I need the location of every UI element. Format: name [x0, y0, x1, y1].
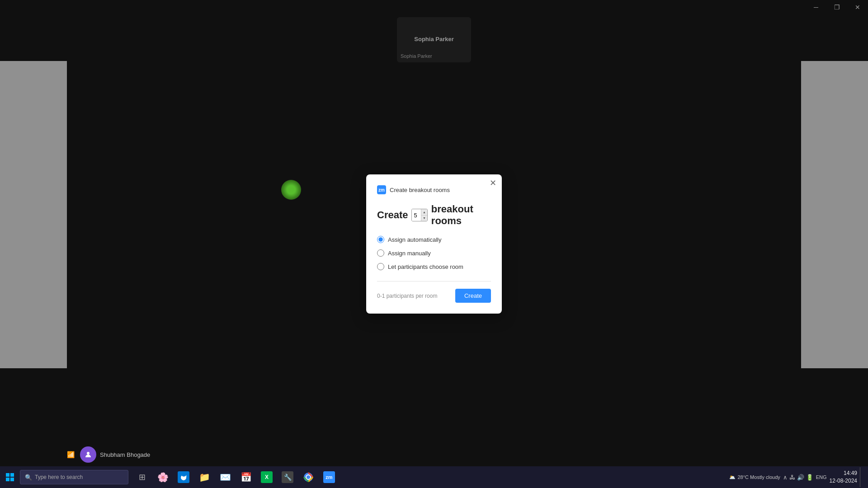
app1-button[interactable]: X — [257, 467, 277, 487]
weather-info: 🌥️ 28°C Mostly cloudy — [729, 474, 780, 480]
taskbar-right: 🌥️ 28°C Mostly cloudy ∧ 🖧 🔊 🔋 ENG 14:49 … — [729, 467, 868, 487]
file-explorer-button[interactable]: 📁 — [194, 467, 214, 487]
app1-icon: X — [261, 471, 273, 483]
create-title: Create ▲ ▼ breakout rooms — [377, 203, 491, 227]
cortana-button[interactable]: 🌸 — [153, 467, 173, 487]
assign-manually-radio[interactable] — [377, 249, 384, 257]
start-button[interactable] — [0, 467, 20, 487]
rooms-number-input-wrap[interactable]: ▲ ▼ — [411, 209, 427, 221]
clock[interactable]: 14:49 12-08-2024 — [830, 469, 857, 485]
taskbar: 🔍 Type here to search ⊞ 🌸 📁 ✉️ — [0, 466, 868, 488]
taskbar-search[interactable]: 🔍 Type here to search — [20, 470, 128, 484]
mail-icon: ✉️ — [220, 472, 231, 483]
modal-divider — [377, 281, 491, 282]
chevron-up-icon[interactable]: ∧ — [783, 474, 788, 481]
edge-icon — [178, 471, 189, 483]
let-participants-choose-label: Let participants choose room — [388, 263, 463, 270]
create-prefix: Create — [377, 209, 408, 221]
weather-text: 28°C Mostly cloudy — [737, 474, 780, 480]
edge-button[interactable] — [174, 467, 193, 487]
modal-title: Create breakout rooms — [390, 187, 450, 193]
create-button[interactable]: Create — [455, 289, 491, 303]
spinner-down[interactable]: ▼ — [421, 216, 427, 221]
assign-manually-label: Assign manually — [388, 250, 431, 257]
signal-icon: 📶 — [67, 451, 75, 458]
calendar-icon: 📅 — [241, 472, 252, 483]
network-icon[interactable]: 🖧 — [789, 474, 795, 481]
number-spinners: ▲ ▼ — [421, 209, 427, 221]
svg-point-0 — [87, 452, 90, 455]
zoom-icon: zm — [377, 185, 386, 194]
cortana-icon: 🌸 — [157, 472, 169, 483]
show-desktop-button[interactable] — [860, 467, 863, 487]
participants-info: 0-1 participants per room — [377, 293, 437, 299]
file-explorer-icon: 📁 — [199, 472, 210, 483]
calendar-button[interactable]: 📅 — [236, 467, 256, 487]
create-suffix: breakout rooms — [431, 203, 491, 227]
search-icon: 🔍 — [25, 474, 32, 481]
mail-button[interactable]: ✉️ — [215, 467, 235, 487]
create-breakout-rooms-modal: zm Create breakout rooms ✕ Create ▲ ▼ br… — [366, 174, 502, 314]
user-avatar — [80, 446, 96, 463]
modal-header: zm Create breakout rooms — [377, 185, 491, 194]
chrome-icon — [303, 472, 314, 483]
svg-point-3 — [307, 475, 310, 479]
assignment-options: Assign automatically Assign manually Let… — [377, 236, 491, 270]
user-name: Shubham Bhogade — [100, 451, 150, 458]
zoom-taskbar-button[interactable]: zm — [319, 467, 339, 487]
chrome-button[interactable] — [298, 467, 318, 487]
assign-manually-option[interactable]: Assign manually — [377, 249, 491, 257]
modal-close-button[interactable]: ✕ — [490, 179, 496, 187]
time-display: 14:49 — [830, 469, 857, 477]
let-participants-choose-radio[interactable] — [377, 263, 384, 270]
volume-icon[interactable]: 🔊 — [797, 474, 804, 481]
let-participants-choose-option[interactable]: Let participants choose room — [377, 263, 491, 270]
modal-footer: 0-1 participants per room Create — [377, 289, 491, 303]
app2-icon: 🔧 — [282, 471, 293, 483]
user-area: 📶 Shubham Bhogade — [67, 446, 150, 463]
assign-automatically-label: Assign automatically — [388, 236, 442, 243]
zoom-taskbar-icon: zm — [323, 471, 335, 483]
battery-icon: 🔋 — [806, 474, 813, 481]
task-view-icon: ⊞ — [139, 472, 146, 482]
spinner-up[interactable]: ▲ — [421, 209, 427, 216]
modal-overlay: zm Create breakout rooms ✕ Create ▲ ▼ br… — [0, 0, 868, 488]
app2-button[interactable]: 🔧 — [278, 467, 297, 487]
assign-automatically-option[interactable]: Assign automatically — [377, 236, 491, 243]
date-display: 12-08-2024 — [830, 477, 857, 485]
cloud-icon: 🌥️ — [729, 474, 736, 480]
assign-automatically-radio[interactable] — [377, 236, 384, 243]
system-tray: ∧ 🖧 🔊 🔋 — [783, 474, 813, 481]
task-view-button[interactable]: ⊞ — [132, 467, 152, 487]
taskbar-apps: ⊞ 🌸 📁 ✉️ 📅 X — [132, 467, 339, 487]
windows-icon — [6, 473, 14, 481]
language-label: ENG — [816, 474, 827, 480]
search-placeholder: Type here to search — [35, 474, 83, 480]
